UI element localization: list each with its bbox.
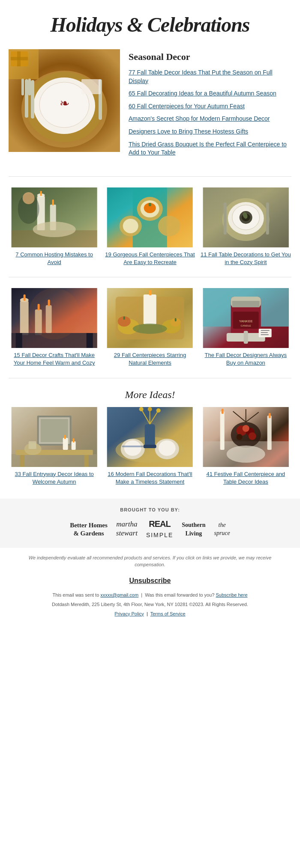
- amazon-image: YANKEE CANDLE: [200, 288, 291, 348]
- svg-rect-78: [243, 331, 248, 344]
- grid-item-modern: 16 Modern Fall Decorations That'll Make …: [104, 407, 195, 486]
- unsubscribe-button[interactable]: Unsubscribe: [129, 577, 171, 585]
- svg-rect-73: [232, 301, 259, 307]
- svg-point-102: [159, 440, 176, 456]
- svg-rect-81: [261, 332, 267, 333]
- privacy-policy-link[interactable]: Privacy Policy: [114, 611, 144, 616]
- footer: BROUGHT TO YOU BY: Better Homes& Gardens…: [0, 499, 300, 625]
- hosting-image: [9, 187, 100, 247]
- svg-rect-92: [29, 441, 36, 449]
- more-ideas-heading: More Ideas!: [9, 389, 291, 401]
- terms-of-service-link[interactable]: Terms of Service: [150, 611, 186, 616]
- svg-rect-16: [81, 79, 101, 94]
- centerpieces-link[interactable]: 19 Gorgeous Fall Centerpieces That Are E…: [104, 251, 195, 266]
- svg-rect-47: [20, 301, 29, 335]
- svg-point-127: [226, 446, 265, 463]
- svg-point-108: [139, 407, 144, 411]
- svg-point-110: [156, 408, 161, 413]
- svg-rect-66: [123, 316, 125, 320]
- svg-point-100: [124, 440, 141, 456]
- brand-bhg: Better Homes& Gardens: [70, 521, 108, 537]
- svg-rect-117: [268, 413, 270, 418]
- svg-rect-10: [31, 80, 34, 119]
- forwarded-label: Was this email forwarded to you?: [145, 592, 214, 597]
- svg-point-32: [123, 219, 138, 233]
- svg-rect-80: [261, 330, 269, 331]
- svg-point-109: [148, 407, 152, 411]
- svg-rect-95: [64, 435, 66, 439]
- modern-link[interactable]: 16 Modern Fall Decorations That'll Make …: [104, 470, 195, 486]
- brand-martha: marthastewart: [116, 520, 138, 538]
- seasonal-section: ❧ Seasonal Decor 77 F: [0, 45, 300, 174]
- grid-item-entryway: 33 Fall Entryway Decor Ideas to Welcome …: [9, 407, 100, 486]
- svg-rect-44: [223, 202, 226, 235]
- seasonal-heading: Seasonal Decor: [129, 51, 291, 62]
- crafts-image: [9, 288, 100, 348]
- grid-item-amazon: YANKEE CANDLE The Fall Decor Designers A…: [200, 288, 291, 367]
- table-deco-link[interactable]: 11 Fall Table Decorations to Get You in …: [200, 251, 291, 266]
- hosting-link[interactable]: 7 Common Hosting Mistakes to Avoid: [9, 251, 100, 266]
- seasonal-link-4[interactable]: Amazon's Secret Shop for Modern Farmhous…: [129, 115, 291, 123]
- centerpieces-image: [104, 187, 195, 247]
- brand-the-spruce: thespruce: [214, 521, 230, 537]
- crafts-link[interactable]: 15 Fall Decor Crafts That'll Make Your H…: [9, 351, 100, 367]
- amazon-link[interactable]: The Fall Decor Designers Always Buy on A…: [200, 351, 291, 367]
- svg-rect-7: [25, 79, 28, 118]
- svg-point-57: [29, 288, 80, 339]
- svg-rect-35: [149, 203, 151, 206]
- footer-address: Dotdash Meredith, 225 Liberty St, 4th Fl…: [0, 602, 300, 609]
- entryway-link[interactable]: 33 Fall Entryway Decor Ideas to Welcome …: [9, 470, 100, 486]
- page-header: Holidays & Celebrations: [0, 0, 300, 45]
- svg-rect-104: [144, 445, 156, 448]
- svg-point-121: [242, 425, 249, 432]
- seasonal-link-5[interactable]: Designers Love to Bring These Hostess Gi…: [129, 128, 291, 136]
- seasonal-link-6[interactable]: This Dried Grass Bouquet Is the Perfect …: [129, 140, 291, 157]
- footer-links: Privacy Policy | Terms of Service: [0, 609, 300, 625]
- svg-point-24: [33, 222, 76, 237]
- svg-rect-55: [16, 333, 22, 348]
- svg-rect-116: [267, 416, 271, 450]
- fall-table-image: ❧: [9, 49, 120, 152]
- row1-section: 7 Common Hosting Mistakes to Avoid: [0, 179, 300, 275]
- svg-rect-15: [11, 57, 28, 60]
- svg-rect-49: [24, 294, 26, 301]
- svg-rect-87: [84, 455, 89, 467]
- svg-point-122: [236, 434, 242, 440]
- svg-rect-8: [21, 78, 24, 95]
- natural-link[interactable]: 29 Fall Centerpieces Starring Natural El…: [104, 351, 195, 367]
- svg-point-64: [133, 324, 167, 334]
- svg-rect-111: [122, 446, 144, 447]
- brand-southern-living: SouthernLiving: [182, 520, 205, 538]
- seasonal-link-2[interactable]: 65 Fall Decorating Ideas for a Beautiful…: [129, 89, 291, 98]
- footer-info: This email was sent to xxxxx@gmail.com |…: [0, 589, 300, 602]
- divider-2: [9, 277, 291, 277]
- grid-item-natural: 29 Fall Centerpieces Starring Natural El…: [104, 288, 195, 367]
- svg-rect-96: [73, 438, 75, 443]
- entryway-image: [9, 407, 100, 467]
- svg-rect-82: [261, 334, 268, 335]
- festive-link[interactable]: 41 Festive Fall Centerpiece and Table De…: [200, 470, 291, 486]
- seasonal-link-1[interactable]: 77 Fall Table Decor Ideas That Put the S…: [129, 68, 291, 85]
- table-deco-image: [200, 187, 291, 247]
- grid-item-table-deco: 11 Fall Table Decorations to Get You in …: [200, 187, 291, 266]
- svg-rect-22: [52, 199, 54, 205]
- grid-item-festive: 41 Festive Fall Centerpiece and Table De…: [200, 407, 291, 486]
- modern-image: [104, 407, 195, 467]
- brand-real-simple: REALSIMPLE: [146, 519, 173, 539]
- svg-rect-114: [220, 411, 224, 450]
- row2-section: 15 Fall Decor Crafts That'll Make Your H…: [0, 279, 300, 375]
- brought-by-label: BROUGHT TO YOU BY:: [9, 507, 291, 512]
- divider-1: [9, 176, 291, 177]
- festive-image: [200, 407, 291, 467]
- svg-rect-9: [28, 78, 31, 95]
- seasonal-link-3[interactable]: 60 Fall Centerpieces for Your Autumn Fea…: [129, 102, 291, 111]
- svg-rect-45: [266, 202, 269, 235]
- natural-image: [104, 288, 195, 348]
- svg-rect-115: [221, 409, 223, 414]
- svg-point-26: [23, 192, 35, 204]
- divider-3: [9, 378, 291, 378]
- email-address-link[interactable]: xxxxx@gmail.com: [100, 592, 138, 597]
- svg-rect-103: [145, 424, 155, 448]
- page-title: Holidays & Celebrations: [9, 13, 291, 36]
- subscribe-here-link[interactable]: Subscribe here: [216, 592, 248, 597]
